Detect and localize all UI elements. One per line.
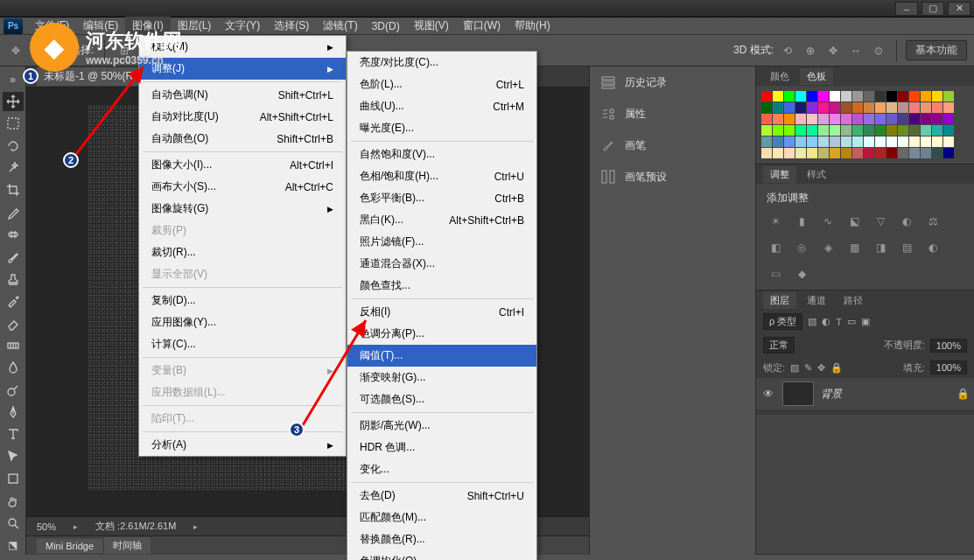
visibility-icon[interactable]: 👁 xyxy=(763,388,775,400)
lock-all-icon[interactable]: 🔒 xyxy=(830,362,843,374)
menu-item[interactable]: 自动颜色(O)Shift+Ctrl+B xyxy=(139,128,346,150)
menu-item[interactable]: 自动色调(N)Shift+Ctrl+L xyxy=(139,84,346,106)
menu-item[interactable]: HDR 色调... xyxy=(347,437,536,458)
swatch[interactable] xyxy=(921,102,931,113)
swatch[interactable] xyxy=(784,125,795,136)
heal-tool[interactable] xyxy=(3,226,24,244)
info-menu-icon[interactable]: ▸ xyxy=(193,522,198,531)
swatch[interactable] xyxy=(761,102,772,113)
auto-select-checkbox[interactable] xyxy=(32,46,42,56)
swatch[interactable] xyxy=(886,114,897,124)
workspace-switcher[interactable]: 基本功能 xyxy=(906,40,967,60)
menu-item[interactable]: 阈值(T)... xyxy=(347,345,536,367)
invert-icon[interactable]: ◨ xyxy=(872,239,889,256)
swatch[interactable] xyxy=(943,125,954,136)
menu-item[interactable]: 替换颜色(R)... xyxy=(347,528,536,550)
swatch[interactable] xyxy=(773,148,783,158)
path-select-tool[interactable] xyxy=(3,447,24,466)
swatch[interactable] xyxy=(830,91,840,102)
expand-handle-icon[interactable]: » xyxy=(3,70,24,88)
swatch[interactable] xyxy=(841,114,851,124)
blur-tool[interactable] xyxy=(3,359,24,377)
swatch[interactable] xyxy=(807,136,817,147)
swatch[interactable] xyxy=(795,148,806,158)
lock-paint-icon[interactable]: ✎ xyxy=(804,362,812,374)
tab-mini-bridge[interactable]: Mini Bridge xyxy=(37,539,102,553)
swatch[interactable] xyxy=(795,114,806,124)
menu-item[interactable]: 匹配颜色(M)... xyxy=(347,507,536,528)
swatch[interactable] xyxy=(852,91,863,102)
swatch[interactable] xyxy=(852,125,863,136)
swatch[interactable] xyxy=(807,125,817,136)
menu-item[interactable]: 自然饱和度(V)... xyxy=(347,144,536,165)
panel-history[interactable]: 历史记录 xyxy=(590,66,755,98)
swatch[interactable] xyxy=(886,91,897,102)
swatch[interactable] xyxy=(761,125,772,136)
swatch[interactable] xyxy=(898,148,908,158)
photo-filter-icon[interactable]: ◎ xyxy=(793,239,810,256)
slide-icon[interactable]: ↔ xyxy=(847,42,865,60)
filter-pixel-icon[interactable]: ▧ xyxy=(808,316,816,327)
swatch[interactable] xyxy=(841,102,851,113)
menu-image[interactable]: 图像(I) xyxy=(125,17,170,35)
lock-pos-icon[interactable]: ✥ xyxy=(817,362,825,374)
swatch[interactable] xyxy=(898,136,908,147)
panel-brush[interactable]: 画笔 xyxy=(590,130,755,161)
swatch[interactable] xyxy=(875,125,886,136)
menu-file[interactable]: 文件(F) xyxy=(28,17,76,35)
menu-item[interactable]: 色调分离(P)... xyxy=(347,323,536,345)
menu-item[interactable]: 变化... xyxy=(347,458,536,480)
history-brush-tool[interactable] xyxy=(3,292,24,311)
swatch[interactable] xyxy=(886,136,897,147)
swatch[interactable] xyxy=(841,125,851,136)
swatch[interactable] xyxy=(898,91,908,102)
menu-item[interactable]: 分析(A)▶ xyxy=(139,434,346,456)
menu-layer[interactable]: 图层(L) xyxy=(171,17,219,35)
menu-item[interactable]: 亮度/对比度(C)... xyxy=(347,52,536,74)
swatch[interactable] xyxy=(818,148,829,158)
menu-item[interactable]: 照片滤镜(F)... xyxy=(347,231,536,253)
menu-item[interactable]: 色调均化(Q) xyxy=(347,550,536,560)
filter-smart-icon[interactable]: ▣ xyxy=(861,316,870,327)
swatch[interactable] xyxy=(932,114,942,124)
swatch[interactable] xyxy=(943,91,954,102)
fill-value[interactable]: 100% xyxy=(930,360,967,374)
menu-item[interactable]: 图像大小(I)...Alt+Ctrl+I xyxy=(139,154,346,176)
hue-icon[interactable]: ◐ xyxy=(898,213,915,230)
lock-trans-icon[interactable]: ▨ xyxy=(790,362,799,374)
swatch[interactable] xyxy=(773,125,783,136)
menu-view[interactable]: 视图(V) xyxy=(407,17,456,35)
swatch[interactable] xyxy=(932,148,942,158)
swatch[interactable] xyxy=(864,125,874,136)
type-tool[interactable] xyxy=(3,425,24,444)
eraser-tool[interactable] xyxy=(3,314,24,332)
swatch[interactable] xyxy=(807,91,817,102)
swatch[interactable] xyxy=(909,91,920,102)
swatch[interactable] xyxy=(875,102,886,113)
menu-select[interactable]: 选择(S) xyxy=(267,17,316,35)
selective-color-icon[interactable]: ◆ xyxy=(793,265,810,283)
swatch[interactable] xyxy=(886,148,897,158)
menu-item[interactable]: 色相/饱和度(H)...Ctrl+U xyxy=(347,165,536,187)
maximize-button[interactable]: ▢ xyxy=(921,2,944,16)
orbit-icon[interactable]: ⟲ xyxy=(779,42,796,60)
menu-item[interactable]: 渐变映射(G)... xyxy=(347,367,536,388)
swatch[interactable] xyxy=(943,102,954,113)
swatch[interactable] xyxy=(921,136,931,147)
swatch[interactable] xyxy=(943,114,954,124)
menu-item[interactable]: 计算(C)... xyxy=(139,333,346,355)
swatch[interactable] xyxy=(898,102,908,113)
menu-item[interactable]: 去色(D)Shift+Ctrl+U xyxy=(347,485,536,507)
menu-window[interactable]: 窗口(W) xyxy=(456,17,508,35)
swatch[interactable] xyxy=(943,148,954,158)
tab-channels[interactable]: 通道 xyxy=(800,292,833,309)
balance-icon[interactable]: ⚖ xyxy=(924,213,942,230)
filter-shape-icon[interactable]: ▭ xyxy=(847,316,856,327)
swatch[interactable] xyxy=(852,114,863,124)
swatch[interactable] xyxy=(932,125,942,136)
color-swap-icon[interactable]: ⬔ xyxy=(3,536,24,555)
swatch[interactable] xyxy=(841,136,851,147)
menu-help[interactable]: 帮助(H) xyxy=(508,17,557,35)
swatch[interactable] xyxy=(864,148,874,158)
menu-type[interactable]: 文字(Y) xyxy=(218,17,267,35)
